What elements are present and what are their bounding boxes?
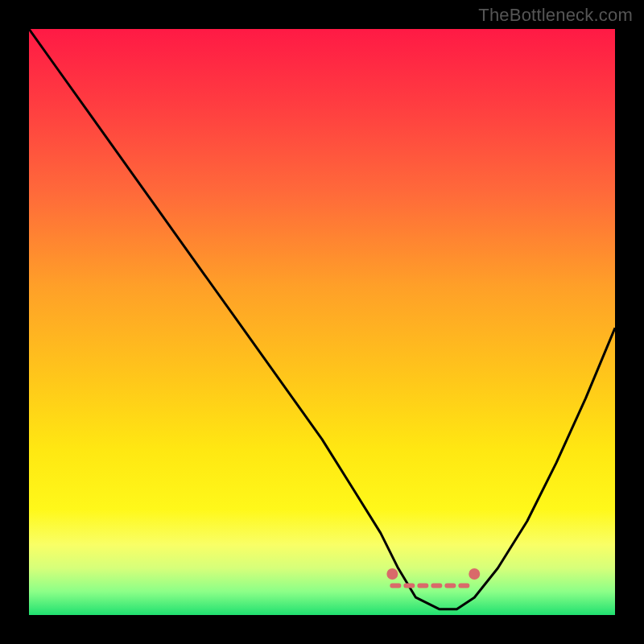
valley-dot-1: [469, 568, 480, 580]
watermark-text: TheBottleneck.com: [478, 5, 633, 26]
plot-area: [29, 29, 615, 615]
bottleneck-curve: [29, 29, 615, 609]
chart-frame: TheBottleneck.com: [0, 0, 644, 644]
curve-svg: [29, 29, 615, 615]
valley-dot-0: [386, 568, 398, 580]
